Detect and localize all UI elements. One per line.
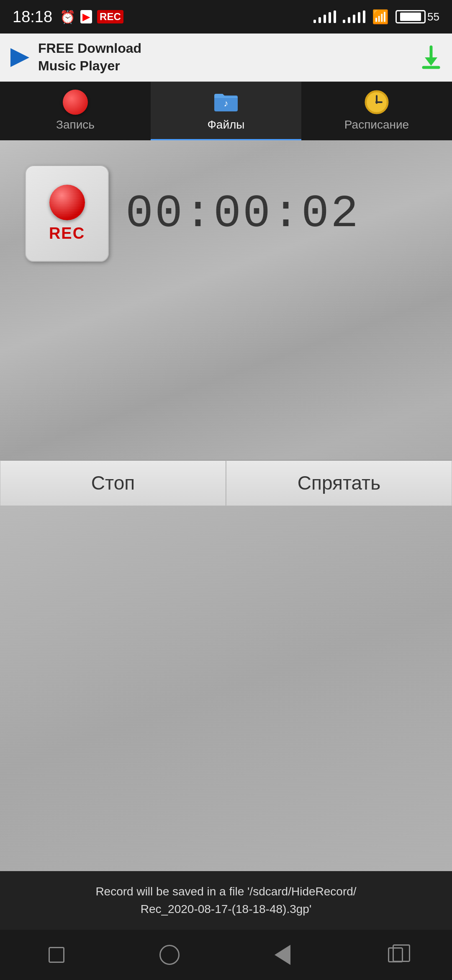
stop-button[interactable]: Стоп: [0, 460, 226, 506]
main-content: REC 00:00:02 Стоп Спрятать: [0, 140, 452, 506]
signal-bar: [334, 10, 336, 23]
wifi-icon: 📶: [372, 9, 389, 25]
svg-marker-0: [10, 48, 29, 67]
rec-button[interactable]: REC: [25, 165, 109, 262]
schedule-icon: [364, 90, 389, 115]
ad-download-icon: [419, 45, 444, 70]
overview-icon: [388, 947, 403, 962]
ad-title-line1: FREE Download: [38, 40, 141, 57]
signal-bar: [343, 20, 345, 23]
tab-record[interactable]: Запись: [0, 82, 151, 140]
info-message: Record will be saved in a file '/sdcard/…: [17, 883, 435, 918]
signal-bar: [313, 20, 316, 23]
signal-bar: [324, 15, 326, 23]
battery-indicator: [396, 10, 426, 23]
status-icons: ⏰ ▶ REC: [60, 10, 123, 24]
ad-text-container: FREE Download Music Player: [38, 40, 141, 75]
signal-bar: [318, 17, 321, 23]
tab-schedule[interactable]: Расписание: [301, 82, 452, 140]
rec-dot-icon: [49, 185, 85, 220]
ad-title-line2: Music Player: [38, 57, 141, 75]
status-left: 18:18 ⏰ ▶ REC: [13, 8, 123, 26]
content-spacer: [0, 279, 452, 460]
tab-schedule-label: Расписание: [344, 118, 409, 132]
nav-back-button[interactable]: [266, 938, 299, 972]
files-icon: ♪: [213, 90, 239, 115]
signal-bar: [353, 15, 355, 23]
signal-bars-2: [343, 10, 365, 23]
nav-overview-button[interactable]: [379, 938, 412, 972]
bottom-metallic-area: [0, 506, 452, 872]
signal-bar: [363, 10, 365, 23]
battery-level: [400, 13, 421, 21]
tab-files[interactable]: ♪ Файлы: [151, 82, 301, 140]
ad-banner[interactable]: FREE Download Music Player: [0, 34, 452, 82]
timer-display: 00:00:02: [126, 188, 360, 240]
record-icon: [63, 90, 88, 115]
youtube-icon: ▶: [80, 10, 92, 23]
tab-record-label: Запись: [56, 118, 95, 132]
rec-label: REC: [49, 224, 85, 242]
battery-text: 55: [427, 10, 439, 23]
nav-recent-button[interactable]: [40, 938, 73, 972]
hide-button[interactable]: Спрятать: [226, 460, 452, 506]
signal-bars-1: [313, 10, 336, 23]
svg-marker-3: [425, 57, 437, 66]
alarm-icon: ⏰: [60, 10, 75, 24]
home-icon: [159, 945, 180, 965]
battery-container: 55: [396, 10, 439, 23]
back-icon: [275, 945, 290, 965]
tab-bar: Запись ♪ Файлы Расписание: [0, 82, 452, 140]
signal-bar: [358, 12, 360, 23]
svg-text:♪: ♪: [224, 98, 229, 108]
ad-content: FREE Download Music Player: [8, 40, 141, 75]
nav-home-button[interactable]: [153, 938, 186, 972]
info-bar: Record will be saved in a file '/sdcard/…: [0, 871, 452, 930]
signal-bar: [329, 12, 331, 23]
nav-bar: [0, 930, 452, 980]
tab-files-label: Файлы: [208, 118, 245, 132]
ad-play-icon: [8, 46, 31, 69]
recording-section: REC 00:00:02: [0, 140, 452, 279]
status-bar: 18:18 ⏰ ▶ REC 📶: [0, 0, 452, 34]
recent-apps-icon: [49, 947, 64, 963]
signal-bar: [348, 17, 350, 23]
status-time: 18:18: [13, 8, 52, 26]
action-buttons: Стоп Спрятать: [0, 460, 452, 506]
svg-point-11: [375, 101, 378, 103]
rec-status-icon: REC: [97, 10, 123, 23]
status-right: 📶 55: [313, 9, 439, 25]
